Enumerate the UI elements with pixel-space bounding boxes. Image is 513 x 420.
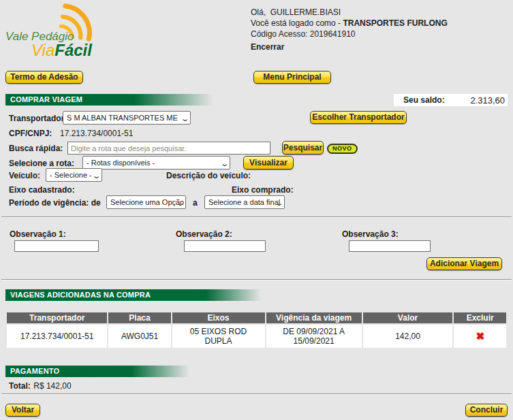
vigencia-inicio-value: Selecione uma Opção [110, 198, 184, 206]
voltar-button[interactable]: Voltar [5, 404, 40, 417]
adicionar-viagem-button[interactable]: Adicionar Viagem [426, 257, 502, 270]
eixo-cadastrado-label: Eixo cadastrado: [9, 185, 75, 195]
chevron-down-icon: ⌄ [274, 197, 283, 209]
pagamento-section-header: PAGAMENTO [5, 366, 508, 377]
cpf-cnpj-value: 17.213.734/0001-51 [60, 129, 133, 138]
access-code-text: Código Acesso: 2019641910 [251, 29, 448, 39]
trips-table: Transportador Placa Eixos Vigência da vi… [5, 311, 508, 349]
veiculo-select[interactable]: - Selecione - ⌄ [46, 168, 102, 182]
trip-row: 17.213.734/0001-51 AWG0J51 05 EIXOS ROD … [7, 325, 506, 348]
separator [1, 216, 512, 218]
chevron-down-icon: ⌄ [91, 169, 101, 182]
veiculo-select-value: - Selecione - [50, 171, 92, 179]
trips-table-header-row: Transportador Placa Eixos Vigência da vi… [7, 312, 506, 323]
vigencia-inicio-select[interactable]: Selecione uma Opção ⌄ [106, 195, 186, 209]
vale-pedagio-page: Vale Pedágio ViaFácil Olá, GUILLERME.BIA… [0, 0, 513, 420]
selecione-rota-label: Selecione a rota: [9, 159, 74, 168]
pesquisar-button[interactable]: Pesquisar [282, 141, 324, 155]
saldo-value: 2.313,60 [445, 95, 505, 106]
separator [1, 393, 512, 395]
logo-viafacil-text: ViaFácil [31, 41, 92, 60]
logged-as-text: Você está logado como - TRANSPORTES FURL… [251, 18, 448, 29]
username-text: GUILLERME.BIASI [270, 7, 341, 17]
rota-select[interactable]: - Rotas disponíveis - ⌄ [82, 156, 230, 169]
eixo-comprado-label: Eixo comprado: [232, 185, 294, 195]
observacao-1-input[interactable] [14, 240, 99, 252]
company-name-text: TRANSPORTES FURLONG [343, 18, 447, 28]
vigencia-fim-select[interactable]: Selecione a data final ⌄ [204, 195, 285, 209]
total-label: Total: [9, 381, 31, 391]
user-info-block: Olá, GUILLERME.BIASI Você está logado co… [251, 7, 448, 39]
busca-rapida-input[interactable] [67, 142, 270, 155]
chevron-down-icon: ⌄ [180, 112, 189, 125]
viagens-section-header: VIAGENS ADICIONADAS NA COMPRA [5, 289, 508, 301]
logout-link[interactable]: Encerrar [251, 42, 284, 52]
busca-rapida-label: Busca rápida: [9, 144, 63, 153]
trip-eixos: 05 EIXOS ROD DUPLA [172, 325, 265, 348]
separator [1, 279, 512, 280]
logo-via-part: Via [31, 41, 55, 59]
total-value: R$ 142,00 [33, 381, 71, 391]
total-text: Total: R$ 142,00 [9, 379, 72, 391]
logo-facil-part: Fácil [55, 41, 92, 59]
col-eixos: Eixos [172, 312, 265, 323]
chevron-down-icon: ⌄ [219, 157, 229, 169]
col-valor: Valor [363, 312, 453, 323]
observacao-3-label: Observação 3: [342, 229, 399, 239]
trip-placa: AWG0J51 [108, 325, 170, 348]
observacao-2-label: Observação 2: [176, 229, 232, 239]
periodo-vigencia-label: Período de vigência: de [9, 198, 101, 208]
access-code-value: 2019641910 [310, 29, 356, 39]
trip-vigencia: DE 09/09/2021 A 15/09/2021 [266, 325, 362, 348]
menu-principal-button[interactable]: Menu Principal [253, 71, 331, 84]
concluir-button[interactable]: Concluir [465, 404, 508, 417]
chevron-down-icon: ⌄ [175, 197, 185, 209]
observacao-3-input[interactable] [349, 240, 431, 252]
vigencia-a-label: a [193, 198, 198, 208]
transportador-label: Transportador: [9, 114, 67, 123]
greeting-text: Olá, GUILLERME.BIASI [251, 7, 448, 18]
vigencia-fim-value: Selecione a data final [208, 198, 280, 206]
col-excluir: Excluir [454, 312, 506, 323]
observacao-1-label: Observação 1: [10, 229, 66, 239]
delete-trip-icon[interactable]: ✖ [476, 330, 484, 342]
escolher-transportador-button[interactable]: Escolher Transportador [310, 111, 407, 124]
trip-valor: 142,00 [363, 325, 453, 348]
novo-badge: NOVO [327, 144, 358, 154]
descricao-veiculo-label: Descrição do veículo: [166, 171, 251, 180]
saldo-label: Seu saldo: [403, 95, 445, 105]
col-transportador: Transportador [7, 312, 107, 323]
col-placa: Placa [108, 312, 170, 323]
termo-adesao-button[interactable]: Termo de Adesão [5, 71, 83, 84]
col-vigencia: Vigência da viagem [266, 312, 362, 323]
trip-transportador: 17.213.734/0001-51 [7, 325, 107, 348]
saldo-box: Seu saldo: 2.313,60 [394, 94, 508, 106]
cpf-cnpj-label: CPF/CNPJ: [9, 129, 52, 138]
rota-select-value: - Rotas disponíveis - [87, 159, 155, 167]
observacao-2-input[interactable] [184, 240, 266, 252]
transportador-select[interactable]: S M ALBAN TRANSPORTES ME ⌄ [63, 111, 191, 125]
veiculo-label: Veículo: [9, 171, 40, 180]
transportador-select-value: S M ALBAN TRANSPORTES ME [67, 114, 178, 122]
visualizar-button[interactable]: Visualizar [243, 156, 294, 169]
